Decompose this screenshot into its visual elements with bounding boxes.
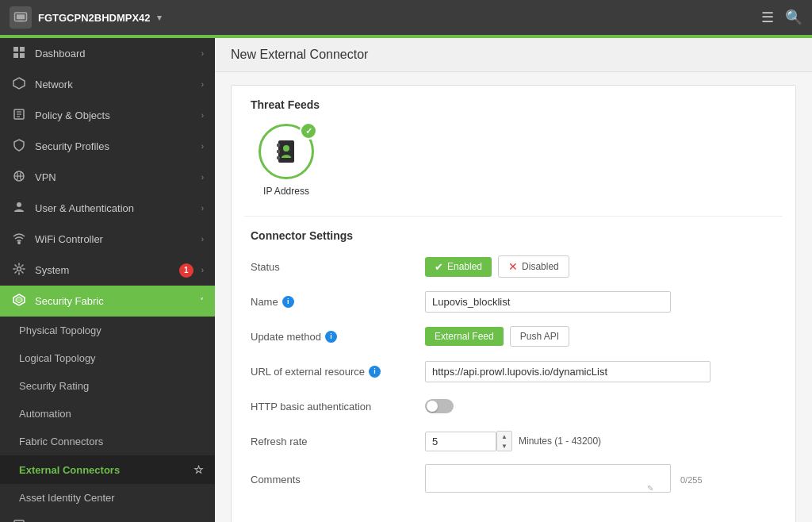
- toggle-track: [425, 399, 454, 413]
- svg-rect-4: [20, 47, 25, 52]
- svg-rect-5: [13, 53, 18, 58]
- http-auth-toggle[interactable]: [425, 399, 454, 413]
- disabled-button[interactable]: ✕ Disabled: [498, 255, 569, 278]
- threat-feed-item-ip[interactable]: ✓ IP Address: [251, 124, 322, 197]
- sidebar: Dashboard › Network › Policy & Objects ›…: [0, 38, 215, 522]
- sidebar-label-security-rating: Security Rating: [19, 380, 204, 392]
- content-area: New External Connector Threat Feeds: [215, 38, 812, 522]
- name-row: Name i: [251, 290, 776, 313]
- sidebar-item-policy-objects[interactable]: Policy & Objects ›: [0, 100, 215, 131]
- external-feed-button[interactable]: External Feed: [425, 327, 504, 346]
- sidebar-item-logical-topology[interactable]: Logical Topology: [0, 344, 215, 372]
- sidebar-label-vpn: VPN: [35, 171, 193, 183]
- sidebar-label-system: System: [35, 264, 171, 276]
- sidebar-item-automation[interactable]: Automation: [0, 400, 215, 428]
- sidebar-item-dashboard[interactable]: Dashboard ›: [0, 38, 215, 69]
- sidebar-label-network: Network: [35, 79, 193, 90]
- sidebar-item-user-auth[interactable]: User & Authentication ›: [0, 193, 215, 224]
- enabled-button[interactable]: ✔ Enabled: [425, 257, 492, 277]
- refresh-rate-label: Refresh rate: [251, 436, 425, 447]
- dashboard-icon: [11, 46, 27, 61]
- sidebar-label-external-connectors: External Connectors: [19, 464, 186, 476]
- threat-feeds-section: Threat Feeds: [232, 86, 795, 216]
- sidebar-label-security-fabric: Security Fabric: [35, 295, 192, 307]
- sidebar-item-log-report[interactable]: Log & Report ›: [0, 512, 215, 522]
- security-fabric-icon: [11, 294, 27, 309]
- sidebar-item-security-rating[interactable]: Security Rating: [0, 372, 215, 400]
- name-info-icon[interactable]: i: [282, 296, 294, 308]
- spinner-up-button[interactable]: ▲: [497, 432, 511, 441]
- chevron-right-icon: ›: [201, 235, 204, 244]
- topbar: FGTGCPN2BHDMPX42 ▾ ☰ 🔍: [0, 0, 812, 35]
- status-row: Status ✔ Enabled ✕ Disabled: [251, 255, 776, 278]
- sidebar-label-dashboard: Dashboard: [35, 48, 193, 59]
- svg-rect-1: [17, 14, 25, 19]
- check-circle-icon: ✔: [435, 261, 443, 273]
- status-label: Status: [251, 261, 425, 273]
- svg-point-15: [18, 242, 20, 244]
- chevron-right-icon: ›: [201, 266, 204, 274]
- comments-row: Comments ✎ 0/255: [251, 464, 776, 495]
- main-card: Threat Feeds: [231, 85, 796, 522]
- refresh-rate-input[interactable]: [425, 432, 496, 451]
- system-icon: [11, 263, 27, 278]
- svg-rect-24: [277, 144, 280, 147]
- threat-feed-check-icon: ✓: [300, 122, 317, 140]
- content-body: Threat Feeds: [215, 72, 812, 522]
- search-icon[interactable]: 🔍: [785, 9, 802, 26]
- user-icon: [11, 201, 27, 216]
- svg-rect-25: [277, 150, 280, 153]
- comments-label: Comments: [251, 474, 425, 486]
- spinner-buttons: ▲ ▼: [496, 431, 512, 451]
- url-input[interactable]: [425, 361, 710, 382]
- menu-icon[interactable]: ☰: [761, 9, 774, 26]
- topbar-actions: ☰ 🔍: [761, 9, 802, 26]
- sidebar-item-security-fabric[interactable]: Security Fabric ˅: [0, 286, 215, 317]
- main-layout: Dashboard › Network › Policy & Objects ›…: [0, 38, 812, 522]
- sidebar-item-physical-topology[interactable]: Physical Topology: [0, 317, 215, 344]
- url-control: [425, 361, 776, 382]
- connector-settings-title: Connector Settings: [251, 229, 776, 242]
- name-control: [425, 291, 776, 313]
- network-icon: [11, 77, 27, 92]
- svg-point-27: [283, 145, 289, 152]
- sidebar-item-asset-identity[interactable]: Asset Identity Center: [0, 484, 215, 512]
- comments-count: 0/255: [680, 475, 703, 485]
- threat-feed-label: IP Address: [263, 186, 309, 197]
- sidebar-item-external-connectors[interactable]: External Connectors ☆: [0, 455, 215, 484]
- name-input[interactable]: [425, 291, 671, 313]
- spinner-down-button[interactable]: ▼: [497, 441, 511, 451]
- url-label: URL of external resource i: [251, 366, 425, 378]
- push-api-button[interactable]: Push API: [510, 326, 569, 347]
- comments-control: ✎ 0/255: [425, 464, 776, 495]
- refresh-rate-row: Refresh rate ▲ ▼ Minutes (1 - 43200): [251, 429, 776, 453]
- page-header: New External Connector: [215, 38, 812, 72]
- chevron-down-icon: ˅: [200, 297, 204, 305]
- sidebar-label-automation: Automation: [19, 408, 204, 420]
- threat-feed-icon-wrap: ✓: [259, 124, 314, 179]
- sidebar-item-security-profiles[interactable]: Security Profiles ›: [0, 131, 215, 162]
- svg-rect-3: [13, 47, 18, 52]
- device-chevron-icon: ▾: [157, 13, 162, 23]
- sidebar-item-wifi[interactable]: WiFi Controller ›: [0, 224, 215, 255]
- name-label: Name i: [251, 296, 425, 308]
- star-icon[interactable]: ☆: [193, 463, 204, 476]
- wifi-icon: [11, 232, 27, 247]
- url-row: URL of external resource i: [251, 359, 776, 383]
- sidebar-item-network[interactable]: Network ›: [0, 69, 215, 100]
- sidebar-label-physical-topology: Physical Topology: [19, 324, 204, 336]
- device-selector[interactable]: FGTGCPN2BHDMPX42 ▾: [10, 6, 752, 29]
- security-profiles-icon: [11, 139, 27, 154]
- http-auth-label: HTTP basic authentication: [251, 401, 425, 413]
- comments-textarea[interactable]: [425, 464, 671, 493]
- comments-wrap: ✎: [425, 464, 671, 495]
- update-method-row: Update method i External Feed Push API: [251, 324, 776, 348]
- sidebar-item-fabric-connectors[interactable]: Fabric Connectors: [0, 428, 215, 455]
- chevron-right-icon: ›: [201, 173, 204, 182]
- toggle-thumb: [427, 401, 438, 412]
- update-method-info-icon[interactable]: i: [325, 331, 337, 343]
- sidebar-item-system[interactable]: System 1 ›: [0, 255, 215, 286]
- svg-rect-6: [20, 53, 25, 58]
- sidebar-item-vpn[interactable]: VPN ›: [0, 162, 215, 193]
- url-info-icon[interactable]: i: [369, 366, 381, 378]
